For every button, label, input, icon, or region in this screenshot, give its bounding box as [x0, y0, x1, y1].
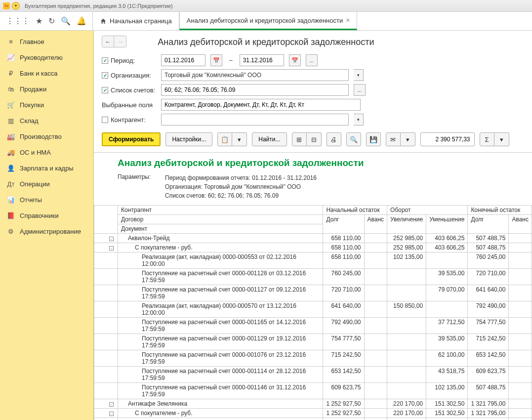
date-from-input[interactable]	[161, 54, 205, 66]
cell-ka	[509, 418, 532, 420]
table-row[interactable]: Поступление на расчетный счет 0000-00112…	[94, 269, 532, 285]
sidebar-item-11[interactable]: 📕Справочники	[0, 208, 93, 223]
forward-button[interactable]: →	[114, 36, 126, 47]
favorite-icon[interactable]: ★	[36, 16, 42, 26]
th-adv1: Аванс	[364, 215, 387, 234]
action-toolbar: Сформировать Настройки... 📋▾ Найти... ⊞⊟…	[94, 128, 532, 150]
chevron-down-icon[interactable]: ▾	[354, 114, 364, 126]
cell-um	[426, 252, 468, 269]
expand-toggle[interactable]: -	[109, 237, 114, 241]
chevron-down-icon[interactable]: ▾	[401, 132, 415, 146]
date-to-input[interactable]	[240, 54, 284, 66]
cell-kd: 760 245,00	[468, 252, 509, 269]
accounts-input[interactable]	[161, 84, 349, 96]
expand-icon[interactable]: ⊞	[292, 132, 307, 146]
cell-ka	[509, 252, 532, 269]
org-select[interactable]: Торговый дом "Комплексный" ООО	[161, 69, 349, 81]
settings-button[interactable]: Настройки...	[165, 132, 212, 146]
print-icon[interactable]: 🖨	[327, 132, 341, 146]
sidebar-item-2[interactable]: ₽Банк и касса	[0, 65, 93, 81]
sidebar-label: Зарплата и кадры	[20, 165, 74, 172]
th-turnover: Оборот	[387, 206, 468, 215]
fields-input[interactable]	[161, 99, 361, 111]
table-row[interactable]: Поступление на расчетный счет 0000-00112…	[94, 334, 532, 350]
cell-um: 62 100,00	[426, 350, 468, 367]
sidebar-item-0[interactable]: ≡Главное	[0, 34, 93, 49]
tab-home[interactable]: Начальная страница	[92, 12, 179, 30]
window-title: Бухгалтерия предприятия, редакция 3.0 (1…	[25, 3, 173, 9]
sidebar-label: Покупки	[20, 101, 44, 109]
cell-um: 79 070,00	[426, 285, 468, 301]
sidebar-item-3[interactable]: 🛍Продажи	[0, 81, 93, 97]
calendar-icon[interactable]: 📅	[289, 54, 301, 66]
contr-checkbox[interactable]	[102, 117, 108, 123]
tab-active-label: Анализ дебиторской и кредиторской задолж…	[187, 17, 343, 24]
search-icon[interactable]: 🔍	[61, 16, 71, 26]
cell-d: 715 242,50	[323, 350, 364, 367]
table-row[interactable]: -С покупателем - руб.1 252 927,50220 170…	[94, 409, 532, 418]
table-row[interactable]: Поступление на расчетный счет 0000-00114…	[94, 383, 532, 399]
chevron-down-icon[interactable]: ▾	[494, 132, 509, 146]
cell-ka	[509, 318, 532, 334]
sidebar-label: Отчеты	[20, 196, 42, 204]
period-more-button[interactable]: ...	[306, 54, 318, 66]
cell-d: 1 252 927,50	[323, 418, 364, 420]
filter-panel: ✓Период: 📅 – 📅 ... ✓Организация: Торговы…	[94, 49, 532, 128]
back-button[interactable]: ←	[102, 36, 114, 47]
sidebar-item-6[interactable]: 🏭Производство	[0, 128, 93, 144]
cell-d: 641 640,00	[323, 301, 364, 318]
mail-icon[interactable]: ✉	[386, 132, 401, 146]
sidebar-item-12[interactable]: ⚙Администрирование	[0, 223, 93, 239]
row-gutter	[94, 367, 118, 383]
table-row[interactable]: -С покупателем - руб.658 110,00252 985,0…	[94, 243, 532, 252]
table-row[interactable]: Реализация (акт, накладная) 0000-000560 …	[94, 418, 532, 420]
expand-toggle[interactable]: -	[109, 412, 114, 416]
table-row[interactable]: Поступление на расчетный счет 0000-00112…	[94, 285, 532, 301]
sidebar-item-8[interactable]: 👤Зарплата и кадры	[0, 160, 93, 176]
close-icon[interactable]: ×	[346, 16, 350, 24]
table-row[interactable]: Поступление на расчетный счет 0000-00116…	[94, 318, 532, 334]
period-checkbox[interactable]: ✓	[102, 57, 108, 64]
bell-icon[interactable]: 🔔	[77, 16, 86, 26]
table-row[interactable]: -Аквилон-Трейд658 110,00252 985,00403 60…	[94, 234, 532, 243]
cell-kd: 609 623,75	[468, 367, 509, 383]
save-icon[interactable]: 💾	[366, 132, 381, 146]
table-row[interactable]: Поступление на расчетный счет 0000-00111…	[94, 367, 532, 383]
cell-um: 403 606,25	[426, 243, 468, 252]
accounts-label: Список счетов:	[111, 86, 155, 94]
org-checkbox[interactable]: ✓	[102, 72, 108, 79]
expand-toggle[interactable]: -	[109, 246, 114, 251]
table-row[interactable]: Реализация (акт, накладная) 0000-000553 …	[94, 252, 532, 269]
accounts-checkbox[interactable]: ✓	[102, 87, 108, 93]
sidebar-item-9[interactable]: ДтОперации	[0, 176, 93, 192]
table-row[interactable]: Реализация (акт, накладная) 0000-000570 …	[94, 301, 532, 318]
chevron-down-icon[interactable]: ▾	[354, 69, 364, 81]
generate-button[interactable]: Сформировать	[102, 132, 161, 146]
amount-input[interactable]	[420, 132, 475, 146]
tab-active[interactable]: Анализ дебиторской и кредиторской задолж…	[179, 12, 358, 30]
contr-select[interactable]	[161, 114, 349, 126]
app-dropdown-icon[interactable]: ▾	[12, 2, 20, 10]
copy-icon[interactable]: 📋	[217, 132, 232, 146]
cell-u	[387, 285, 426, 301]
history-icon[interactable]: ↻	[48, 16, 55, 26]
collapse-icon[interactable]: ⊟	[307, 132, 322, 146]
sidebar-item-4[interactable]: 🛒Покупки	[0, 97, 93, 113]
find-button[interactable]: Найти...	[252, 132, 286, 146]
accounts-more-button[interactable]: ...	[354, 84, 366, 96]
sidebar-item-7[interactable]: 🚚ОС и НМА	[0, 144, 93, 160]
apps-grid-icon[interactable]: ⋮⋮⋮	[6, 16, 30, 26]
cell-um: 151 302,50	[426, 399, 468, 409]
expand-toggle[interactable]: -	[109, 402, 114, 407]
chevron-down-icon[interactable]: ▾	[232, 132, 247, 146]
calendar-icon[interactable]: 📅	[210, 54, 222, 66]
sidebar-item-1[interactable]: 📈Руководителю	[0, 49, 93, 65]
sidebar-item-5[interactable]: ▥Склад	[0, 113, 93, 128]
sigma-icon[interactable]: Σ	[480, 132, 494, 146]
table-row[interactable]: -Антикафе Земляника1 252 927,50220 170,0…	[94, 399, 532, 409]
preview-icon[interactable]: 🔍	[346, 132, 361, 146]
sidebar-label: Справочники	[20, 212, 59, 219]
sidebar-item-10[interactable]: 📊Отчеты	[0, 192, 93, 208]
cell-d: 792 490,00	[323, 318, 364, 334]
table-row[interactable]: Поступление на расчетный счет 0000-00107…	[94, 350, 532, 367]
